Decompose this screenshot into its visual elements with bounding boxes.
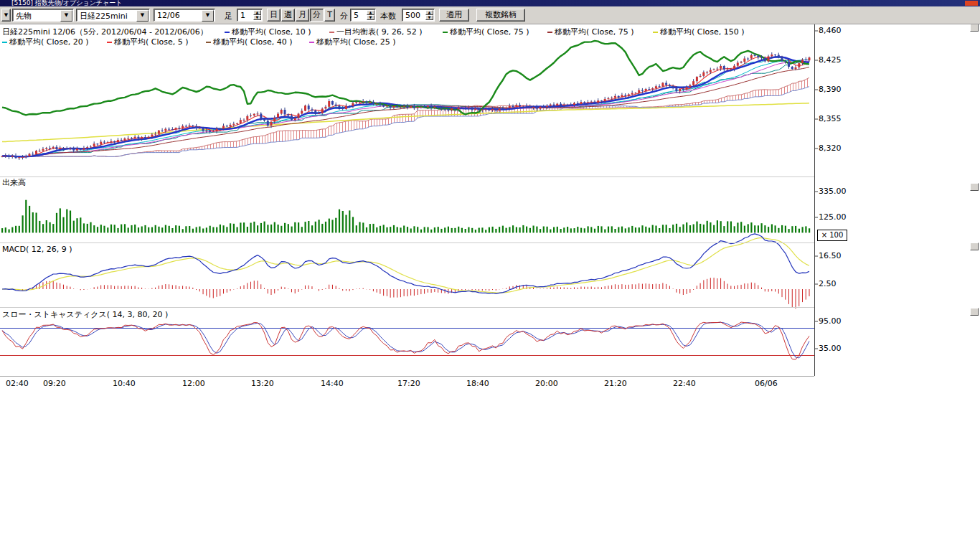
period-day-button[interactable]: 日 [267,9,281,22]
volume-bar [475,230,476,232]
candle [321,109,324,113]
chevron-down-icon[interactable]: ▼ [136,10,149,22]
candle [515,105,517,107]
legend-item: 日経225mini 12/06（5分, 2012/06/04 - 2012/06… [2,27,208,37]
period-minute-button[interactable]: 分 [310,9,324,22]
candle [216,129,218,132]
candle [778,55,780,57]
period-week-button[interactable]: 週 [281,9,295,22]
volume-bar [618,227,619,233]
contract-month-select[interactable]: 12/06 ▼ [154,9,215,22]
candle [171,129,174,130]
panel-resize-handle[interactable] [970,183,979,191]
legend-text: 移動平均( Close, 5 ) [114,37,189,47]
candle [52,147,55,149]
legend-text: 移動平均( Close, 40 ) [213,37,293,47]
spin-up-icon[interactable]: ▲ [253,10,261,15]
volume-bar [703,225,705,233]
panel-resize-handle[interactable] [970,24,979,32]
volume-bar [444,227,446,232]
minute-spinner[interactable]: 5 ▲▼ [350,9,376,22]
candle [696,77,698,81]
candle [536,107,538,109]
spin-down-icon[interactable]: ▼ [367,15,374,20]
candle [42,149,44,151]
candle [83,148,85,149]
spin-up-icon[interactable]: ▲ [367,10,374,15]
volume-bar [161,227,163,232]
candle [768,57,770,62]
spin-up-icon[interactable]: ▲ [425,10,433,15]
chevron-down-icon[interactable]: ▼ [60,10,72,22]
candle [260,113,262,118]
panel-resize-handle[interactable] [970,242,979,250]
time-axis-label: 02:40 [6,379,29,388]
legend-swatch [2,42,7,43]
volume-bar [206,227,207,232]
volume-bar [56,213,57,233]
multi-symbol-button[interactable]: 複数銘柄 [476,9,525,22]
candle [665,83,667,85]
volume-bar [226,227,227,232]
candle [328,101,330,107]
volume-bar [499,227,500,232]
spin-down-icon[interactable]: ▼ [253,15,261,20]
candle [406,106,408,108]
legend-swatch [107,42,112,43]
candle [495,109,497,110]
candle [80,149,82,150]
legend-item: 移動平均( Close, 20 ) [2,37,89,47]
volume-bar [253,222,255,233]
candle [540,107,542,109]
candle [784,61,786,62]
volume-bar [169,226,170,233]
volume-bar [519,227,521,232]
candle [672,86,674,88]
volume-bar [107,227,108,232]
bars-count-spinner[interactable]: 500 ▲▼ [402,9,435,22]
volume-bar [598,226,599,233]
volume-bar [547,227,548,233]
volume-bar [165,225,166,233]
candle [59,148,61,149]
panel-resize-handle[interactable] [970,308,979,316]
chart-plot-area[interactable] [0,0,980,551]
candle [512,106,514,108]
candle [1,156,4,157]
volume-bar [489,227,490,233]
close-icon[interactable] [965,1,978,6]
window-titlebar: [5150] 指数先物/オプションチャート [0,0,980,6]
candle [205,131,207,131]
left-dropdown-button[interactable]: ▼ [1,9,11,22]
volume-bar [298,222,299,232]
period-tick-button[interactable]: T [324,9,335,22]
volume-bar [570,228,572,232]
spin-down-icon[interactable]: ▼ [425,15,433,20]
candle [757,56,759,58]
toolbar: ▼ 先物 ▼ 日経225mini ▼ 12/06 ▼ 足 1 ▲▼ 日 週 月 … [0,6,980,24]
bar-count-spinner[interactable]: 1 ▲▼ [237,9,263,22]
volume-bar [305,222,306,232]
apply-button[interactable]: 適用 [439,9,469,22]
candle [365,101,367,103]
volume-bar [481,227,483,232]
candle [66,149,68,149]
chevron-down-icon[interactable]: ▼ [202,10,214,22]
candle [522,105,524,106]
time-axis-label: 13:20 [251,379,274,388]
volume-bar [223,225,225,232]
candle [199,128,201,128]
volume-bar [543,227,545,233]
volume-bar [352,217,354,232]
volume-bar [717,220,718,232]
legend-item: 移動平均( Close, 25 ) [309,37,396,47]
candle [4,156,6,156]
symbol-select[interactable]: 日経225mini ▼ [76,9,150,22]
candle [372,102,374,104]
category-select[interactable]: 先物 ▼ [12,9,74,22]
period-month-button[interactable]: 月 [296,9,309,22]
candle [774,55,776,55]
volume-bar [588,226,589,232]
candle [301,111,303,114]
candle [304,105,306,110]
